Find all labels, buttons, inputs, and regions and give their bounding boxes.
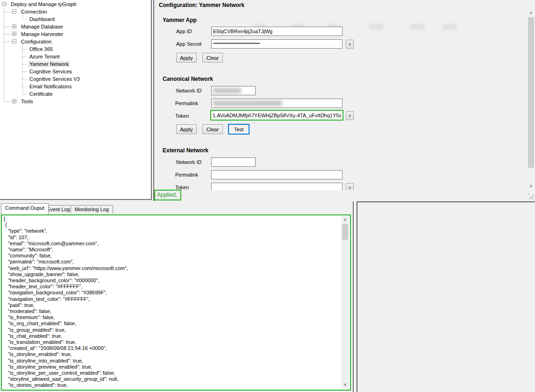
collapse-icon[interactable]: − xyxy=(12,9,16,14)
canonical-apply-button[interactable]: Apply xyxy=(176,124,197,134)
json-line: "permalink": "microsoft.com", xyxy=(4,259,339,265)
canonical-permalink-input[interactable] xyxy=(211,99,342,108)
config-scrollbar[interactable]: ∧ ∨ xyxy=(527,9,535,190)
tree-connector xyxy=(22,57,27,57)
tree-item-label: Yammer Network xyxy=(28,61,70,67)
scroll-up-icon[interactable]: ∧ xyxy=(527,9,535,17)
expand-icon[interactable]: + xyxy=(12,32,16,36)
canonical-network-id-input[interactable] xyxy=(211,86,256,95)
section-title-external-network: External Network xyxy=(163,147,208,154)
canonical-token-reveal-button[interactable]: v xyxy=(346,111,354,120)
scroll-up-icon[interactable]: ∧ xyxy=(341,216,349,224)
tree-item-connection[interactable]: −Connection xyxy=(0,8,151,15)
json-line: { xyxy=(4,222,339,228)
config-panel: Configuration: Yammer Network Yammer App… xyxy=(153,0,535,201)
json-line: "email": "microsoft.com@yammer.com", xyxy=(4,241,339,247)
json-line: "is_storyline_enabled": true, xyxy=(4,351,339,357)
external-permalink-input[interactable] xyxy=(211,170,342,179)
tree-item-label: Configuration xyxy=(20,38,53,45)
empty-panel xyxy=(357,201,535,392)
tree-item-label: Deploy and Manage tyGraph xyxy=(9,1,78,7)
app-window: −Deploy and Manage tyGraph−ConnectionDas… xyxy=(0,0,535,392)
tree-item-tools[interactable]: +Tools xyxy=(0,98,151,105)
navigation-tree-panel: −Deploy and Manage tyGraph−ConnectionDas… xyxy=(0,0,152,200)
tree-item-azure-tenant[interactable]: Azure Tenant xyxy=(0,53,151,60)
tab-command-output[interactable]: Command Ouput xyxy=(1,203,49,214)
json-line: [ xyxy=(4,216,339,222)
json-line: "moderated": false, xyxy=(4,308,339,314)
tree-connector xyxy=(4,101,12,102)
section-title-canonical-network: Canonical Network xyxy=(163,76,213,82)
external-network-id-input[interactable] xyxy=(211,157,256,167)
tree-item-label: Office 365 xyxy=(28,46,54,52)
tree-connector xyxy=(6,4,9,5)
json-line: "header_text_color": "#FFFFFF", xyxy=(4,284,339,290)
external-token-reveal-button[interactable]: v xyxy=(346,183,354,190)
tree-item-label: Dashboard xyxy=(28,16,56,22)
tree-item-configuration[interactable]: −Configuration xyxy=(0,38,151,45)
app-secret-reveal-button[interactable]: v xyxy=(346,40,354,49)
section-title-yammer-app: Yammer App xyxy=(163,17,197,23)
yammer-app-apply-button[interactable]: Apply xyxy=(176,53,197,63)
external-permalink-label: Permalink xyxy=(175,172,198,178)
json-line: "header_background_color": "#000000", xyxy=(4,278,339,284)
expand-icon[interactable]: + xyxy=(12,99,16,103)
json-line: "paid": true, xyxy=(4,302,339,308)
json-line: "name": "Microsoft", xyxy=(4,247,339,253)
tree-item-office-365[interactable]: Office 365 xyxy=(0,45,151,53)
tree-item-label: Tools xyxy=(20,98,35,105)
app-secret-input[interactable] xyxy=(211,39,342,49)
tree-item-manage-harvester[interactable]: +Manage Harvester xyxy=(0,30,151,38)
tree-connector xyxy=(4,12,12,12)
redacted-value-blur xyxy=(213,100,282,106)
tree-item-label: Certificate xyxy=(28,91,54,97)
canonical-permalink-label: Permalink xyxy=(175,100,198,106)
tree-item-dashboard[interactable]: Dashboard xyxy=(0,15,151,23)
output-scrollbar[interactable]: ∧ ∨ xyxy=(341,216,349,389)
expand-icon[interactable]: + xyxy=(12,24,16,29)
tree-connector xyxy=(22,64,27,64)
status-badge: Applied. xyxy=(154,190,181,200)
collapse-icon[interactable]: − xyxy=(2,2,6,6)
tree-item-label: Cognitive Services V3 xyxy=(28,76,81,82)
scrollbar-thumb[interactable] xyxy=(342,224,348,240)
collapse-icon[interactable]: − xyxy=(12,39,16,43)
tree-connector xyxy=(4,27,12,27)
canonical-clear-button[interactable]: Clear xyxy=(202,124,223,134)
tree-item-certificate[interactable]: Certificate xyxy=(0,90,151,98)
json-line: "is_chat_enabled": true, xyxy=(4,333,339,339)
canonical-test-button[interactable]: Test xyxy=(228,124,250,135)
json-line: "id": 107, xyxy=(4,235,339,241)
tree-item-deploy-and-manage-tygraph[interactable]: −Deploy and Manage tyGraph xyxy=(0,0,151,8)
tree-connector xyxy=(22,19,27,20)
tree-item-yammer-network[interactable]: Yammer Network xyxy=(0,60,151,68)
scroll-down-icon[interactable]: ∨ xyxy=(341,381,349,389)
scroll-down-icon[interactable]: ∨ xyxy=(527,183,535,190)
json-line: "is_group_enabled": true, xyxy=(4,327,339,333)
command-output-box: [ { "type": "network", "id": 107, "email… xyxy=(1,214,351,391)
json-line: "is_storyline_per_user_control_enabled":… xyxy=(4,370,339,376)
tree-item-cognitive-services[interactable]: Cognitive Services xyxy=(0,68,151,75)
app-id-input[interactable] xyxy=(211,27,342,36)
resize-grip-icon[interactable] xyxy=(528,193,535,200)
external-network-id-label: Network ID xyxy=(176,159,201,165)
canonical-network-id-label: Network ID xyxy=(176,88,201,93)
tree: −Deploy and Manage tyGraph−ConnectionDas… xyxy=(0,0,151,105)
tree-item-label: Connection xyxy=(20,8,49,15)
tree-connector xyxy=(22,94,27,94)
tree-item-cognitive-services-v3[interactable]: Cognitive Services V3 xyxy=(0,75,151,83)
tree-item-manage-database[interactable]: +Manage Database xyxy=(0,23,151,30)
json-line: "is_freemium": false, xyxy=(4,314,339,321)
tab-monitoring-log[interactable]: Monitoring Log xyxy=(71,205,113,214)
json-line: "navigation_text_color": "#FFFFFF", xyxy=(4,296,339,302)
json-line: "is_storyline_mto_enabled": true, xyxy=(4,358,339,364)
json-line: "is_storyline_preview_enabled": true, xyxy=(4,364,339,370)
redacted-blur xyxy=(442,24,457,29)
tree-item-email-notifications[interactable]: Email Notifications xyxy=(0,83,151,90)
external-token-input[interactable] xyxy=(211,183,342,190)
redacted-blur xyxy=(369,24,384,29)
yammer-app-clear-button[interactable]: Clear xyxy=(202,53,223,63)
json-line: "navigation_background_color": "#38699F"… xyxy=(4,290,339,296)
scrollbar-thumb[interactable] xyxy=(528,17,534,168)
canonical-token-input[interactable] xyxy=(210,110,343,121)
